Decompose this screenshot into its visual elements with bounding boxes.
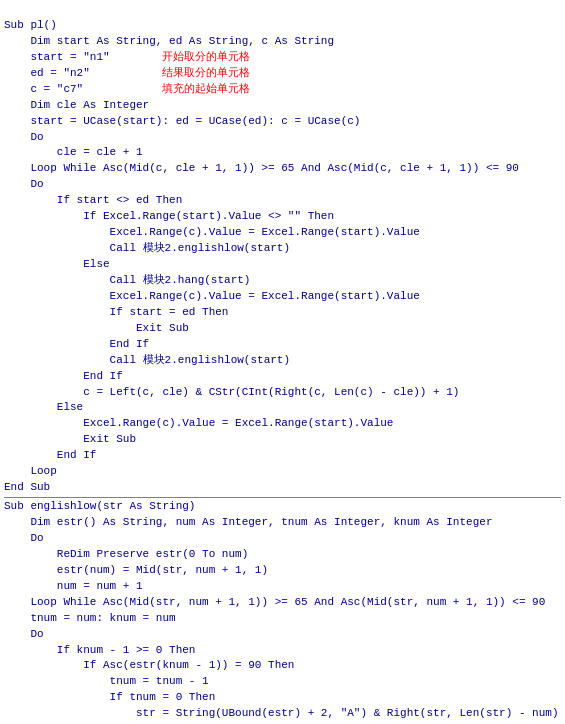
code-line: str = String(UBound(estr) + 2, "A") & Ri…	[4, 706, 561, 722]
code-line: ed = "n2" 结果取分的单元格	[4, 66, 561, 82]
code-line: Else	[4, 400, 561, 416]
code-line: Excel.Range(c).Value = Excel.Range(start…	[4, 225, 561, 241]
code-line: Excel.Range(c).Value = Excel.Range(start…	[4, 416, 561, 432]
code-editor: Sub pl() Dim start As String, ed As Stri…	[0, 0, 565, 724]
code-line: num = num + 1	[4, 579, 561, 595]
code-line: cle = cle + 1	[4, 145, 561, 161]
code-line: End Sub	[4, 480, 561, 496]
code-line: tnum = tnum - 1	[4, 674, 561, 690]
code-line: Do	[4, 627, 561, 643]
code-line: estr(num) = Mid(str, num + 1, 1)	[4, 563, 561, 579]
code-line: If start = ed Then	[4, 305, 561, 321]
code-line: c = Left(c, cle) & CStr(CInt(Right(c, Le…	[4, 385, 561, 401]
code-line: Dim estr() As String, num As Integer, tn…	[4, 515, 561, 531]
code-line: c = "c7" 填充的起始单元格	[4, 82, 561, 98]
code-line: If Excel.Range(start).Value <> "" Then	[4, 209, 561, 225]
code-line: Else	[4, 257, 561, 273]
code-line: Dim start As String, ed As String, c As …	[4, 34, 561, 50]
code-line: Exit Sub	[4, 432, 561, 448]
code-line: Sub englishlow(str As String)	[4, 499, 561, 515]
code-line: start = UCase(start): ed = UCase(ed): c …	[4, 114, 561, 130]
code-line: Sub pl()	[4, 18, 561, 34]
code-line: If start <> ed Then	[4, 193, 561, 209]
code-line: End If	[4, 448, 561, 464]
code-line: ReDim Preserve estr(0 To num)	[4, 547, 561, 563]
code-line: End If	[4, 337, 561, 353]
code-line: tnum = num: knum = num	[4, 611, 561, 627]
code-line: Do	[4, 177, 561, 193]
code-line: Dim cle As Integer	[4, 98, 561, 114]
code-line: Excel.Range(c).Value = Excel.Range(start…	[4, 289, 561, 305]
code-line: Call 模块2.englishlow(start)	[4, 241, 561, 257]
code-line: Do	[4, 130, 561, 146]
code-line: Exit Sub	[4, 321, 561, 337]
code-line: If knum - 1 >= 0 Then	[4, 643, 561, 659]
code-line: Loop While Asc(Mid(c, cle + 1, 1)) >= 65…	[4, 161, 561, 177]
code-line: End If	[4, 369, 561, 385]
code-line: If tnum = 0 Then	[4, 690, 561, 706]
code-line: Call 模块2.hang(start)	[4, 273, 561, 289]
code-line: start = "n1" 开始取分的单元格	[4, 50, 561, 66]
code-line: Call 模块2.englishlow(start)	[4, 353, 561, 369]
code-line: Do	[4, 531, 561, 547]
code-divider	[4, 497, 561, 498]
code-line: If Asc(estr(knum - 1)) = 90 Then	[4, 658, 561, 674]
code-line: Loop While Asc(Mid(str, num + 1, 1)) >= …	[4, 595, 561, 611]
code-line: Loop	[4, 464, 561, 480]
